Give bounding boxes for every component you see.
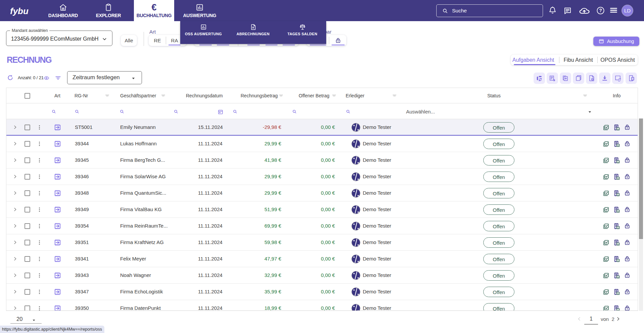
svg-text:?: ?: [599, 8, 602, 13]
